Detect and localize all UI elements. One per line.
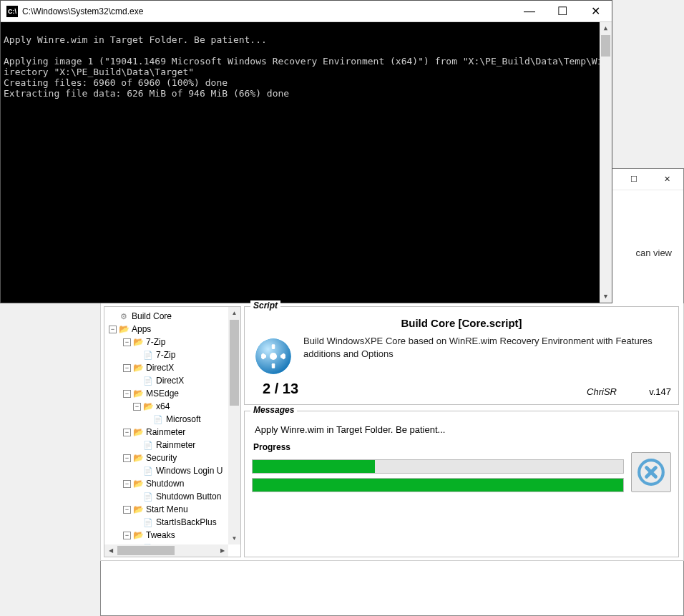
tree-leaf[interactable]: StartIsBackPlus xyxy=(133,516,238,529)
stop-x-icon xyxy=(636,457,666,487)
cmd-icon: C:\ xyxy=(6,6,18,17)
folder-open-icon xyxy=(132,453,144,463)
tree-leaf[interactable]: Microsoft xyxy=(143,413,238,426)
script-author: ChriSR xyxy=(587,386,628,397)
progress-bar-2-fill xyxy=(253,479,623,492)
tree-collapse-icon[interactable]: − xyxy=(123,532,131,539)
cmd-titlebar[interactable]: C:\ C:\Windows\System32\cmd.exe — ☐ ✕ xyxy=(1,1,612,22)
folder-open-icon xyxy=(132,504,144,514)
cmd-scrollbar[interactable]: ▲ ▼ xyxy=(600,22,612,303)
tree-leaf[interactable]: Rainmeter xyxy=(133,439,238,451)
tree-collapse-icon[interactable]: − xyxy=(133,403,141,411)
bg-maximize-button[interactable]: ☐ xyxy=(617,169,650,190)
tree-collapse-icon[interactable]: − xyxy=(109,326,117,333)
tree-item-7zip[interactable]: −7-Zip xyxy=(123,336,238,348)
scroll-down-arrow-icon[interactable]: ▼ xyxy=(600,290,612,303)
tree-vscroll-thumb[interactable] xyxy=(230,320,239,406)
messages-group: Messages Apply Winre.wim in Target Folde… xyxy=(244,411,679,557)
folder-open-icon xyxy=(142,401,154,411)
tree-item-security[interactable]: −Security xyxy=(123,451,238,464)
tree-hscroll-thumb[interactable] xyxy=(117,546,175,555)
scroll-up-arrow-icon[interactable]: ▲ xyxy=(228,307,240,319)
message-text: Apply Winre.wim in Target Folder. Be pat… xyxy=(252,421,671,442)
script-version: v.147 xyxy=(628,386,671,397)
tree-item-msedge[interactable]: −MSEdge xyxy=(123,387,238,400)
folder-open-icon xyxy=(118,324,130,334)
script-description: Build WindowsXPE Core based on WinRE.wim… xyxy=(303,335,671,360)
cmd-close-button[interactable]: ✕ xyxy=(579,1,612,22)
tree-item-shutdown[interactable]: −Shutdown xyxy=(123,477,238,490)
progress-label: Progress xyxy=(252,442,671,452)
tree-item-build-core[interactable]: Build Core xyxy=(109,310,238,323)
script-icon xyxy=(142,440,154,450)
tree-collapse-icon[interactable]: − xyxy=(123,506,131,514)
script-icon xyxy=(152,414,164,424)
tree-item-directx[interactable]: −DirectX xyxy=(123,361,238,374)
tree-item-rainmeter[interactable]: −Rainmeter xyxy=(123,426,238,439)
tree-collapse-icon[interactable]: − xyxy=(123,454,131,462)
cmd-maximize-button[interactable]: ☐ xyxy=(546,1,579,22)
cmd-scroll-thumb[interactable] xyxy=(601,35,610,57)
script-counter: 2 / 13 xyxy=(252,381,309,397)
messages-group-label: Messages xyxy=(250,405,297,415)
builder-panel: Build Core −Apps −7-Zip 7-Zip −DirectX D… xyxy=(100,303,684,561)
folder-open-icon xyxy=(132,337,144,347)
tree-leaf[interactable]: 7-Zip xyxy=(133,348,238,361)
tree-vscrollbar[interactable]: ▲ ▼ xyxy=(228,307,240,544)
scroll-down-arrow-icon[interactable]: ▼ xyxy=(228,532,240,544)
tree-collapse-icon[interactable]: − xyxy=(123,480,131,488)
cmd-line: Applying image 1 ("19041.1469 Microsoft … xyxy=(4,56,612,67)
svg-rect-3 xyxy=(272,344,275,349)
cmd-line: Creating files: 6960 of 6960 (100%) done xyxy=(4,77,228,88)
bg-close-button[interactable]: ✕ xyxy=(650,169,683,190)
tree-item-tweaks[interactable]: −Tweaks xyxy=(123,529,238,542)
tree-collapse-icon[interactable]: − xyxy=(123,364,131,372)
cmd-window: C:\ C:\Windows\System32\cmd.exe — ☐ ✕ Ap… xyxy=(0,0,612,303)
tree-hscrollbar[interactable]: ◀ ▶ xyxy=(104,544,228,557)
tree-collapse-icon[interactable]: − xyxy=(123,338,131,346)
tree-item-x64[interactable]: −x64 xyxy=(133,400,238,413)
svg-rect-4 xyxy=(272,363,275,368)
tree-collapse-icon[interactable]: − xyxy=(123,390,131,398)
folder-open-icon xyxy=(132,363,144,373)
svg-point-2 xyxy=(270,353,277,360)
cmd-line: Extracting file data: 626 MiB of 946 MiB… xyxy=(4,88,289,99)
scroll-up-arrow-icon[interactable]: ▲ xyxy=(600,22,612,34)
tree-item-startmenu[interactable]: −Start Menu xyxy=(123,503,238,516)
cmd-output[interactable]: Apply Winre.wim in Target Folder. Be pat… xyxy=(1,22,612,303)
gear-badge-icon xyxy=(252,335,295,378)
script-title: Build Core [Core.script] xyxy=(252,317,671,329)
cmd-line: Apply Winre.wim in Target Folder. Be pat… xyxy=(4,34,267,45)
tree-leaf[interactable]: DirectX xyxy=(133,374,238,387)
folder-open-icon xyxy=(132,530,144,540)
script-icon xyxy=(142,517,154,527)
progress-bar-1-fill xyxy=(253,460,375,473)
script-icon xyxy=(142,466,154,476)
progress-bar-1 xyxy=(252,459,624,474)
scroll-left-arrow-icon[interactable]: ◀ xyxy=(104,544,117,557)
tree-leaf[interactable]: Shutdown Button xyxy=(133,490,238,503)
scroll-right-arrow-icon[interactable]: ▶ xyxy=(216,544,228,557)
script-icon xyxy=(142,350,154,360)
stop-button[interactable] xyxy=(631,452,671,492)
gear-icon xyxy=(118,311,130,321)
cmd-minimize-button[interactable]: — xyxy=(513,1,546,22)
progress-bar-2 xyxy=(252,478,624,492)
folder-open-icon xyxy=(132,427,144,437)
tree-item-apps[interactable]: −Apps xyxy=(109,323,238,336)
script-icon xyxy=(142,492,154,502)
script-icon xyxy=(142,376,154,386)
tree-leaf[interactable]: Windows Login U xyxy=(133,464,238,477)
cmd-line: irectory "X:\PE_Build\Data\Target" xyxy=(4,67,194,77)
script-tree[interactable]: Build Core −Apps −7-Zip 7-Zip −DirectX D… xyxy=(104,306,241,557)
script-group-label: Script xyxy=(250,300,280,311)
tree-collapse-icon[interactable]: − xyxy=(123,429,131,436)
folder-open-icon xyxy=(132,388,144,399)
script-group: Script Build Core [Core.script] Build Wi… xyxy=(244,306,679,405)
cmd-title-text: C:\Windows\System32\cmd.exe xyxy=(22,6,513,16)
folder-open-icon xyxy=(132,479,144,489)
